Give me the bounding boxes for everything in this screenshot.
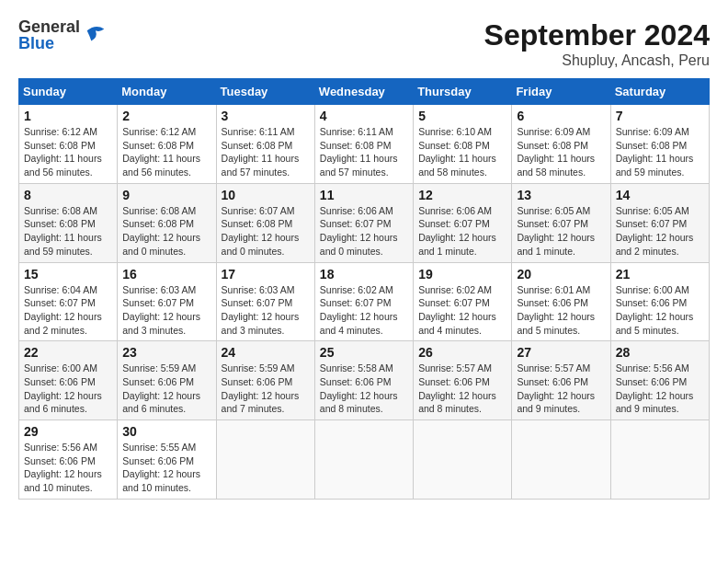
- day-info: Sunrise: 5:58 AMSunset: 6:06 PMDaylight:…: [320, 362, 408, 416]
- day-info: Sunrise: 6:06 AMSunset: 6:07 PMDaylight:…: [418, 204, 506, 259]
- table-row: 11Sunrise: 6:06 AMSunset: 6:07 PMDayligh…: [314, 183, 413, 262]
- table-row: 23Sunrise: 5:59 AMSunset: 6:06 PMDayligh…: [118, 341, 216, 420]
- table-row: [314, 420, 413, 500]
- calendar-table: Sunday Monday Tuesday Wednesday Thursday…: [18, 78, 710, 500]
- col-tuesday: Tuesday: [216, 79, 314, 105]
- day-number: 4: [320, 109, 408, 123]
- day-info: Sunrise: 6:07 AMSunset: 6:08 PMDaylight:…: [222, 204, 310, 259]
- day-info: Sunrise: 6:09 AMSunset: 6:08 PMDaylight:…: [616, 125, 704, 179]
- calendar-header-row: Sunday Monday Tuesday Wednesday Thursday…: [19, 79, 710, 105]
- table-row: 22Sunrise: 6:00 AMSunset: 6:06 PMDayligh…: [19, 341, 118, 420]
- day-number: 7: [616, 109, 704, 123]
- day-number: 28: [616, 345, 704, 360]
- day-info: Sunrise: 6:03 AMSunset: 6:07 PMDaylight:…: [122, 283, 210, 338]
- logo-general: General: [18, 18, 80, 35]
- day-info: Sunrise: 6:12 AMSunset: 6:08 PMDaylight:…: [122, 125, 210, 179]
- logo-bird-icon: [83, 22, 108, 48]
- month-title: September 2024: [484, 18, 710, 52]
- day-info: Sunrise: 5:56 AMSunset: 6:06 PMDaylight:…: [24, 441, 112, 495]
- day-number: 19: [418, 267, 506, 282]
- table-row: 12Sunrise: 6:06 AMSunset: 6:07 PMDayligh…: [414, 183, 512, 262]
- calendar-week-row: 15Sunrise: 6:04 AMSunset: 6:07 PMDayligh…: [19, 262, 710, 341]
- table-row: 27Sunrise: 5:57 AMSunset: 6:06 PMDayligh…: [512, 341, 610, 420]
- table-row: 4Sunrise: 6:11 AMSunset: 6:08 PMDaylight…: [314, 105, 413, 184]
- table-row: 6Sunrise: 6:09 AMSunset: 6:08 PMDaylight…: [512, 105, 610, 184]
- col-sunday: Sunday: [19, 79, 118, 105]
- day-number: 1: [24, 109, 112, 123]
- table-row: 5Sunrise: 6:10 AMSunset: 6:08 PMDaylight…: [414, 105, 512, 184]
- day-number: 6: [517, 109, 605, 123]
- day-info: Sunrise: 6:11 AMSunset: 6:08 PMDaylight:…: [320, 125, 408, 179]
- day-number: 3: [222, 109, 310, 123]
- calendar-week-row: 1Sunrise: 6:12 AMSunset: 6:08 PMDaylight…: [19, 105, 710, 184]
- table-row: 21Sunrise: 6:00 AMSunset: 6:06 PMDayligh…: [610, 262, 709, 341]
- table-row: 13Sunrise: 6:05 AMSunset: 6:07 PMDayligh…: [512, 183, 610, 262]
- table-row: 29Sunrise: 5:56 AMSunset: 6:06 PMDayligh…: [19, 420, 118, 500]
- table-row: 15Sunrise: 6:04 AMSunset: 6:07 PMDayligh…: [19, 262, 118, 341]
- table-row: 16Sunrise: 6:03 AMSunset: 6:07 PMDayligh…: [118, 262, 216, 341]
- title-block: September 2024 Shupluy, Ancash, Peru: [484, 18, 710, 69]
- day-number: 29: [24, 424, 112, 439]
- calendar-week-row: 22Sunrise: 6:00 AMSunset: 6:06 PMDayligh…: [19, 341, 710, 420]
- col-wednesday: Wednesday: [314, 79, 413, 105]
- day-number: 18: [320, 267, 408, 282]
- table-row: 2Sunrise: 6:12 AMSunset: 6:08 PMDaylight…: [118, 105, 216, 184]
- day-info: Sunrise: 6:01 AMSunset: 6:06 PMDaylight:…: [517, 283, 605, 338]
- table-row: 3Sunrise: 6:11 AMSunset: 6:08 PMDaylight…: [216, 105, 314, 184]
- day-info: Sunrise: 5:57 AMSunset: 6:06 PMDaylight:…: [418, 362, 506, 416]
- table-row: 20Sunrise: 6:01 AMSunset: 6:06 PMDayligh…: [512, 262, 610, 341]
- day-number: 16: [122, 267, 210, 282]
- day-info: Sunrise: 5:55 AMSunset: 6:06 PMDaylight:…: [122, 441, 210, 495]
- table-row: 10Sunrise: 6:07 AMSunset: 6:08 PMDayligh…: [216, 183, 314, 262]
- day-info: Sunrise: 5:59 AMSunset: 6:06 PMDaylight:…: [122, 362, 210, 416]
- day-info: Sunrise: 6:04 AMSunset: 6:07 PMDaylight:…: [24, 283, 112, 338]
- page-header: General Blue September 2024 Shupluy, Anc…: [18, 18, 710, 69]
- day-number: 14: [616, 188, 704, 202]
- day-info: Sunrise: 6:05 AMSunset: 6:07 PMDaylight:…: [616, 204, 704, 259]
- table-row: 7Sunrise: 6:09 AMSunset: 6:08 PMDaylight…: [610, 105, 709, 184]
- calendar-week-row: 8Sunrise: 6:08 AMSunset: 6:08 PMDaylight…: [19, 183, 710, 262]
- day-number: 12: [418, 188, 506, 202]
- day-info: Sunrise: 6:02 AMSunset: 6:07 PMDaylight:…: [418, 283, 506, 338]
- day-info: Sunrise: 6:05 AMSunset: 6:07 PMDaylight:…: [517, 204, 605, 259]
- table-row: [610, 420, 709, 500]
- day-info: Sunrise: 6:06 AMSunset: 6:07 PMDaylight:…: [320, 204, 408, 259]
- day-info: Sunrise: 6:00 AMSunset: 6:06 PMDaylight:…: [24, 362, 112, 416]
- logo-blue: Blue: [18, 35, 80, 52]
- location-subtitle: Shupluy, Ancash, Peru: [484, 52, 710, 69]
- day-number: 11: [320, 188, 408, 202]
- logo: General Blue: [18, 18, 108, 52]
- day-number: 25: [320, 345, 408, 360]
- day-number: 10: [222, 188, 310, 202]
- day-number: 15: [24, 267, 112, 282]
- day-number: 9: [122, 188, 210, 202]
- day-number: 30: [122, 424, 210, 439]
- day-number: 17: [222, 267, 310, 282]
- day-number: 8: [24, 188, 112, 202]
- table-row: 30Sunrise: 5:55 AMSunset: 6:06 PMDayligh…: [118, 420, 216, 500]
- table-row: [216, 420, 314, 500]
- day-info: Sunrise: 6:02 AMSunset: 6:07 PMDaylight:…: [320, 283, 408, 338]
- day-number: 24: [222, 345, 310, 360]
- day-info: Sunrise: 5:56 AMSunset: 6:06 PMDaylight:…: [616, 362, 704, 416]
- col-monday: Monday: [118, 79, 216, 105]
- table-row: 18Sunrise: 6:02 AMSunset: 6:07 PMDayligh…: [314, 262, 413, 341]
- day-number: 5: [418, 109, 506, 123]
- day-number: 26: [418, 345, 506, 360]
- day-number: 13: [517, 188, 605, 202]
- table-row: 24Sunrise: 5:59 AMSunset: 6:06 PMDayligh…: [216, 341, 314, 420]
- col-thursday: Thursday: [414, 79, 512, 105]
- day-info: Sunrise: 6:00 AMSunset: 6:06 PMDaylight:…: [616, 283, 704, 338]
- table-row: 17Sunrise: 6:03 AMSunset: 6:07 PMDayligh…: [216, 262, 314, 341]
- table-row: 8Sunrise: 6:08 AMSunset: 6:08 PMDaylight…: [19, 183, 118, 262]
- day-number: 2: [122, 109, 210, 123]
- day-info: Sunrise: 6:11 AMSunset: 6:08 PMDaylight:…: [222, 125, 310, 179]
- day-info: Sunrise: 6:03 AMSunset: 6:07 PMDaylight:…: [222, 283, 310, 338]
- day-number: 21: [616, 267, 704, 282]
- calendar-week-row: 29Sunrise: 5:56 AMSunset: 6:06 PMDayligh…: [19, 420, 710, 500]
- day-number: 23: [122, 345, 210, 360]
- day-info: Sunrise: 6:08 AMSunset: 6:08 PMDaylight:…: [122, 204, 210, 259]
- table-row: 1Sunrise: 6:12 AMSunset: 6:08 PMDaylight…: [19, 105, 118, 184]
- col-saturday: Saturday: [610, 79, 709, 105]
- day-info: Sunrise: 5:59 AMSunset: 6:06 PMDaylight:…: [222, 362, 310, 416]
